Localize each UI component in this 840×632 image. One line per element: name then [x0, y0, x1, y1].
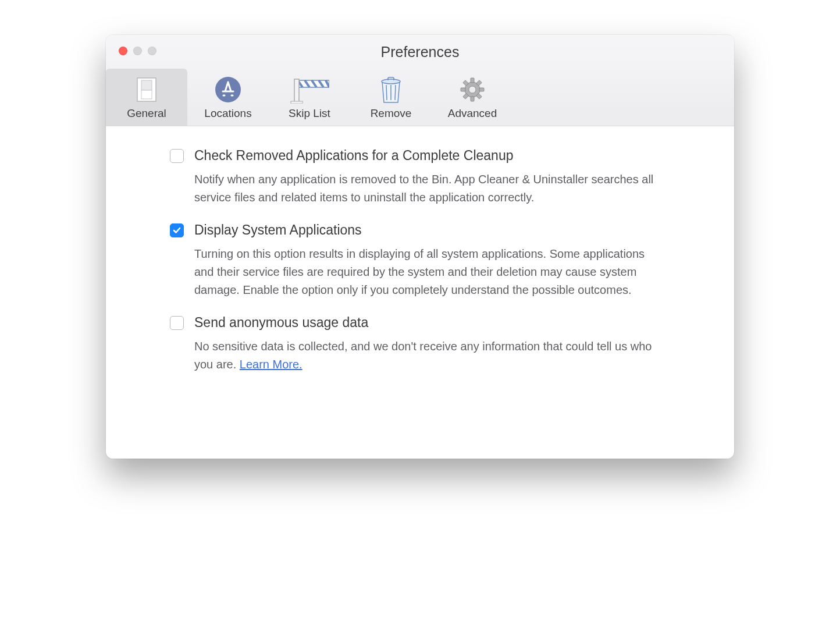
pref-title: Send anonymous usage data: [194, 314, 688, 332]
appstore-icon: [215, 76, 241, 104]
preferences-window: Preferences General: [106, 35, 734, 459]
pref-desc: Notify when any application is removed t…: [194, 171, 665, 207]
svg-point-17: [469, 86, 476, 93]
tab-remove[interactable]: Remove: [350, 69, 432, 126]
tab-skip-list[interactable]: Skip List: [269, 69, 350, 126]
tab-label: General: [127, 107, 166, 120]
pref-title: Check Removed Applications for a Complet…: [194, 147, 688, 165]
pref-desc: Turning on this option results in displa…: [194, 245, 665, 299]
svg-rect-11: [461, 88, 465, 91]
content-area: Check Removed Applications for a Complet…: [106, 126, 734, 459]
traffic-lights: [119, 47, 156, 55]
svg-rect-12: [479, 88, 484, 91]
tab-general[interactable]: General: [106, 69, 187, 126]
pref-title: Display System Applications: [194, 222, 688, 239]
pref-anonymous-data: Send anonymous usage data No sensitive d…: [170, 314, 688, 374]
tab-advanced[interactable]: Advanced: [432, 69, 513, 126]
gear-icon: [459, 76, 486, 104]
barrier-icon: [290, 76, 329, 104]
checkbox-check-removed[interactable]: [170, 149, 184, 163]
minimize-button[interactable]: [133, 47, 142, 55]
svg-rect-9: [471, 78, 474, 83]
tab-label: Remove: [371, 107, 412, 120]
pref-display-system: Display System Applications Turning on t…: [170, 222, 688, 299]
toolbar: General Locations: [106, 69, 734, 126]
zoom-button[interactable]: [148, 47, 156, 55]
svg-rect-6: [291, 101, 302, 104]
tab-label: Skip List: [289, 107, 330, 120]
svg-rect-1: [141, 80, 152, 90]
svg-rect-5: [294, 79, 299, 102]
checkbox-anonymous-data[interactable]: [170, 316, 184, 330]
tab-label: Advanced: [448, 107, 497, 120]
svg-point-7: [382, 79, 400, 84]
window-title: Preferences: [106, 35, 734, 69]
pref-desc: No sensitive data is collected, and we d…: [194, 338, 665, 374]
titlebar: Preferences General: [106, 35, 734, 126]
switch-icon: [135, 76, 158, 104]
close-button[interactable]: [119, 47, 127, 55]
checkbox-display-system[interactable]: [170, 223, 184, 237]
learn-more-link[interactable]: Learn More.: [240, 358, 302, 371]
svg-rect-2: [141, 90, 152, 99]
tab-label: Locations: [204, 107, 251, 120]
svg-point-3: [215, 77, 241, 102]
tab-locations[interactable]: Locations: [187, 69, 269, 126]
trash-icon: [379, 76, 403, 104]
pref-check-removed: Check Removed Applications for a Complet…: [170, 147, 688, 207]
svg-rect-10: [471, 97, 474, 101]
